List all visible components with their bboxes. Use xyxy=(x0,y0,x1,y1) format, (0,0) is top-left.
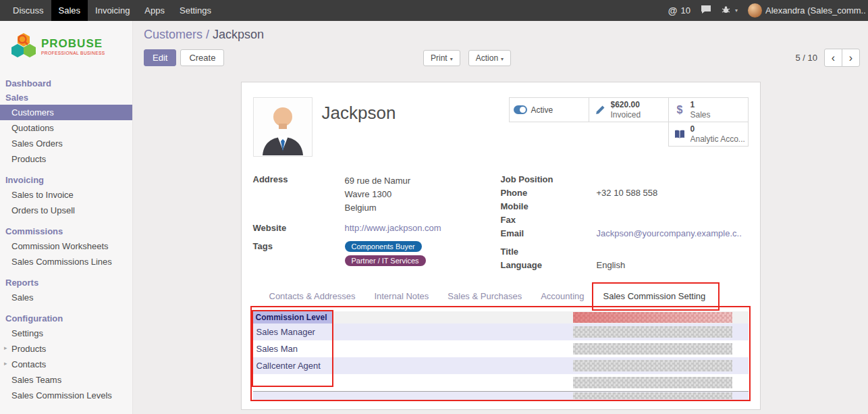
active-toggle-button[interactable]: Active xyxy=(509,97,589,122)
user-menu[interactable]: Alexandra (Sales_comm.. xyxy=(748,3,865,18)
sidebar-item-customers[interactable]: Customers xyxy=(0,105,132,120)
sidebar-item-quotations[interactable]: Quotations xyxy=(0,120,132,136)
pager-next-button[interactable]: › xyxy=(842,49,860,67)
user-name: Alexandra (Sales_comm.. xyxy=(765,5,865,16)
action-label: Action xyxy=(476,53,498,63)
edit-button[interactable]: Edit xyxy=(144,49,176,66)
chevron-left-icon: ‹ xyxy=(832,52,835,64)
breadcrumb-current: Jackpson xyxy=(213,28,264,41)
job-position-field: Job Position xyxy=(501,174,749,184)
analytic-accounts-stat-button[interactable]: 0 Analytic Acco... xyxy=(668,122,749,147)
redacted-data xyxy=(573,360,732,371)
job-position-label: Job Position xyxy=(501,174,597,184)
topbar-right-tools: @ 10 ▾ Alexandra (Sales_comm.. xyxy=(668,0,868,21)
redacted-data xyxy=(573,392,732,399)
sidebar-item-products[interactable]: Products xyxy=(0,151,132,167)
sales-count-label: Sales xyxy=(690,110,711,120)
sidebar-item-config-contacts[interactable]: ▸Contacts xyxy=(0,357,132,372)
sidebar-nav: Dashboard Sales Customers Quotations Sal… xyxy=(0,76,132,403)
config-products-label: Products xyxy=(11,344,46,354)
mentions-icon: @ xyxy=(668,5,678,16)
website-link[interactable]: http://www.jackpson.com xyxy=(345,223,441,233)
phone-value: +32 10 588 558 xyxy=(597,188,658,198)
website-label: Website xyxy=(253,223,345,233)
address-value: 69 rue de Namur Wavre 1300 Belgium xyxy=(345,174,411,215)
sidebar-item-sales-commission-levels[interactable]: Sales Commission Levels xyxy=(0,388,132,403)
customer-name-title: Jackpson xyxy=(322,103,396,124)
menu-discuss[interactable]: Discuss xyxy=(5,0,51,21)
tag-components-buyer[interactable]: Components Buyer xyxy=(345,241,422,252)
sidebar-heading-sales[interactable]: Sales xyxy=(0,90,132,105)
pager-counter: 5 / 10 xyxy=(795,53,817,63)
sales-stat-button[interactable]: $ 1 Sales xyxy=(668,97,749,122)
tab-sales-commission-setting[interactable]: Sales Commission Setting xyxy=(594,286,715,307)
fields-left-column: Address 69 rue de Namur Wavre 1300 Belgi… xyxy=(253,174,501,274)
sidebar-item-config-products[interactable]: ▸Products xyxy=(0,341,132,357)
messages-button[interactable] xyxy=(701,5,711,16)
email-link[interactable]: Jackpson@yourcompany.example.c.. xyxy=(597,228,742,238)
breadcrumb-separator: / xyxy=(206,28,209,41)
tab-contacts-addresses[interactable]: Contacts & Addresses xyxy=(260,286,365,307)
address-line-1: 69 rue de Namur xyxy=(345,174,411,188)
sidebar-item-sales-teams[interactable]: Sales Teams xyxy=(0,372,132,388)
address-field: Address 69 rue de Namur Wavre 1300 Belgi… xyxy=(253,174,501,215)
menu-sales[interactable]: Sales xyxy=(51,0,88,21)
company-logo[interactable]: PROBUSE PROFESSIONAL BUSINESS xyxy=(0,21,132,76)
tags-values: Components Buyer Partner / IT Services xyxy=(345,241,426,269)
tags-label: Tags xyxy=(253,241,345,269)
website-field: Website http://www.jackpson.com xyxy=(253,223,501,233)
menu-invoicing[interactable]: Invoicing xyxy=(88,0,137,21)
sidebar-heading-reports[interactable]: Reports xyxy=(0,276,132,290)
invoiced-value: $620.00 xyxy=(611,100,641,109)
fax-field: Fax xyxy=(501,215,749,225)
tab-sales-purchases[interactable]: Sales & Purchases xyxy=(438,286,531,307)
top-navbar: Discuss Sales Invoicing Apps Settings @ … xyxy=(0,0,868,21)
sidebar-item-reports-sales[interactable]: Sales xyxy=(0,290,132,305)
table-header-row: Commission Level xyxy=(253,311,749,324)
menu-settings[interactable]: Settings xyxy=(172,0,219,21)
sidebar-item-orders-to-upsell[interactable]: Orders to Upsell xyxy=(0,203,132,218)
table-row[interactable] xyxy=(253,374,749,391)
debug-menu-button[interactable]: ▾ xyxy=(722,5,738,16)
sidebar-item-sales-orders[interactable]: Sales Orders xyxy=(0,136,132,151)
table-row[interactable]: Sales Manager xyxy=(253,324,749,340)
mentions-counter[interactable]: @ 10 xyxy=(668,5,690,16)
pager-previous-button[interactable]: ‹ xyxy=(824,49,842,67)
user-avatar xyxy=(748,3,762,18)
title-field: Title xyxy=(501,247,749,257)
sidebar-heading-dashboard[interactable]: Dashboard xyxy=(0,76,132,90)
pager: 5 / 10 ‹ › xyxy=(795,49,863,67)
logo-subtitle: PROFESSIONAL BUSINESS xyxy=(41,51,105,55)
app-body: PROBUSE PROFESSIONAL BUSINESS Dashboard … xyxy=(0,21,868,414)
action-dropdown-button[interactable]: Action▾ xyxy=(468,50,511,66)
tab-internal-notes[interactable]: Internal Notes xyxy=(364,286,438,307)
email-field: Email Jackpson@yourcompany.example.c.. xyxy=(501,228,749,238)
breadcrumb-customers-link[interactable]: Customers xyxy=(144,28,202,41)
invoiced-stat-button[interactable]: $620.00 Invoiced xyxy=(589,97,669,122)
main-content: Customers / Jackpson Edit Create Print▾ … xyxy=(133,21,868,414)
address-line-3: Belgium xyxy=(345,201,411,215)
logo-title: PROBUSE xyxy=(41,38,105,49)
bug-icon xyxy=(722,5,730,16)
table-row[interactable] xyxy=(253,392,749,400)
sidebar-item-sales-to-invoice[interactable]: Sales to Invoice xyxy=(0,187,132,203)
address-line-2: Wavre 1300 xyxy=(345,188,411,201)
create-button[interactable]: Create xyxy=(180,49,224,66)
menu-apps[interactable]: Apps xyxy=(137,0,172,21)
tag-partner-it-services[interactable]: Partner / IT Services xyxy=(345,255,426,266)
redacted-data xyxy=(573,377,732,388)
sidebar-heading-commissions[interactable]: Commissions xyxy=(0,224,132,238)
table-row[interactable]: Sales Man xyxy=(253,340,749,357)
table-row[interactable]: Callcenter Agent xyxy=(253,357,749,374)
sidebar-item-sales-commissions-lines[interactable]: Sales Commissions Lines xyxy=(0,254,132,269)
nav-section-commissions: Commissions Commission Worksheets Sales … xyxy=(0,224,132,269)
sidebar-heading-configuration[interactable]: Configuration xyxy=(0,311,132,326)
print-dropdown-button[interactable]: Print▾ xyxy=(423,50,460,66)
stat-buttons: Active $620.00 Invoiced $ xyxy=(507,97,749,146)
mobile-field: Mobile xyxy=(501,201,749,211)
tab-accounting[interactable]: Accounting xyxy=(531,286,593,307)
sidebar-heading-invoicing[interactable]: Invoicing xyxy=(0,173,132,187)
sidebar-item-commission-worksheets[interactable]: Commission Worksheets xyxy=(0,238,132,254)
commission-level-column-header[interactable]: Commission Level xyxy=(253,311,333,324)
sidebar-item-settings[interactable]: Settings xyxy=(0,326,132,341)
